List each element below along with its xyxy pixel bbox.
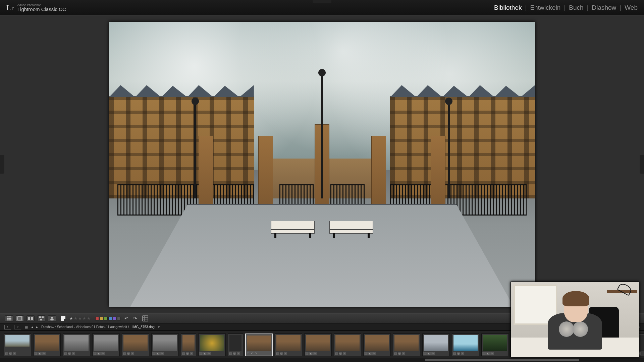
thumbnail[interactable]: ⬚◐✎ [63,334,90,356]
loupe-viewer[interactable] [0,15,644,313]
thumbnail[interactable]: ⬚◐✎ [393,334,420,356]
color-label-5[interactable] [117,317,121,320]
thumbnail[interactable]: ⬚◐✎ [422,334,450,356]
module-diashow[interactable]: Diashow [592,4,616,11]
svg-rect-14 [40,319,42,320]
color-label-3[interactable] [108,317,112,320]
grid-view-button[interactable] [5,315,13,321]
star-4[interactable]: ★ [83,316,86,321]
svg-rect-9 [18,317,22,320]
svg-rect-1 [8,316,10,317]
thumbnail[interactable]: ⬚◐✎ [181,334,196,356]
second-window-button[interactable]: 2 [14,325,21,329]
thumbnail[interactable]: ⬚◐✎ [481,334,509,356]
source-breadcrumb[interactable]: Diashow : Schottland - Videokurs 91 Foto… [41,325,129,329]
svg-point-15 [51,317,53,319]
grid-small-icon[interactable]: ▦ [24,325,28,329]
svg-rect-8 [10,319,11,320]
compare-view-button[interactable] [26,315,35,321]
svg-rect-0 [7,316,8,317]
thumbnail[interactable]: ⬚◐✎ [33,334,61,356]
current-filename: IMG_3753.dng [132,325,155,329]
loupe-view-button[interactable] [16,315,24,321]
color-label-2[interactable] [104,317,108,320]
thumbnail[interactable]: ⬚◐✎ [304,334,332,356]
rating-stars[interactable]: ★★★★★ [69,316,91,321]
people-view-button[interactable] [48,315,56,321]
flag-pick-icon[interactable] [61,316,65,321]
survey-view-button[interactable] [37,315,45,321]
star-1[interactable]: ★ [69,316,73,321]
svg-rect-2 [10,316,11,317]
nav-back-icon[interactable]: ◂ [31,325,33,329]
color-label-1[interactable] [100,317,103,320]
svg-rect-13 [42,316,44,318]
nav-fwd-icon[interactable]: ▸ [36,325,38,329]
top-panel-handle[interactable] [313,0,331,3]
main-photo[interactable] [109,22,535,307]
star-5[interactable]: ★ [87,316,91,321]
filename-menu-icon[interactable]: ▾ [158,325,160,329]
left-panel-handle[interactable] [0,155,4,174]
thumbnail[interactable]: ⬚◐✎ [228,334,243,356]
color-label-0[interactable] [95,317,99,320]
webcam-overlay [511,282,639,357]
thumbnail[interactable]: ⬚◐✎ [275,334,302,356]
thumbnail[interactable]: ⬚◐✎ [452,334,479,356]
color-labels[interactable] [95,317,121,320]
star-3[interactable]: ★ [78,316,82,321]
svg-rect-4 [8,318,10,319]
filmstrip-scrollbar[interactable] [0,358,644,362]
filmstrip-scroll-thumb[interactable] [425,359,579,361]
svg-rect-7 [8,319,10,320]
main-window-button[interactable]: 1 [4,325,11,329]
star-2[interactable]: ★ [74,316,77,321]
module-bibliothek[interactable]: Bibliothek [494,4,522,11]
svg-rect-3 [7,318,8,319]
rotate-ccw-button[interactable]: ↶ [123,315,129,321]
module-web[interactable]: Web [625,4,638,11]
thumbnail[interactable]: ⬚◐✎ [198,334,226,356]
thumbnail[interactable]: ⬚◐✎ [151,334,179,356]
thumbnail[interactable]: ⬚◐✎ [334,334,361,356]
thumbnail[interactable]: ⬚◐✎ [92,334,120,356]
brand-name: Lightroom Classic CC [17,7,66,12]
grid-overlay-button[interactable] [142,315,148,321]
color-label-4[interactable] [113,317,116,320]
module-entwickeln[interactable]: Entwickeln [530,4,560,11]
thumbnail[interactable]: ⬚◐✎ [245,334,273,356]
right-panel-handle[interactable] [640,155,644,174]
thumbnail[interactable]: ⬚◐✎ [363,334,391,356]
svg-rect-12 [39,316,41,318]
svg-rect-10 [28,317,30,320]
svg-rect-16 [50,319,54,320]
module-buch[interactable]: Buch [569,4,583,11]
thumbnail[interactable]: ⬚◐✎ [122,334,149,356]
app-logo-icon: Lr [6,3,14,12]
svg-rect-11 [31,317,33,320]
module-picker: Bibliothek|Entwickeln|Buch|Diashow|Web [494,4,638,11]
svg-rect-5 [10,318,11,319]
rotate-cw-button[interactable]: ↷ [132,315,138,321]
thumbnail[interactable]: ⬚◐✎ [4,334,31,356]
svg-rect-6 [7,319,8,320]
